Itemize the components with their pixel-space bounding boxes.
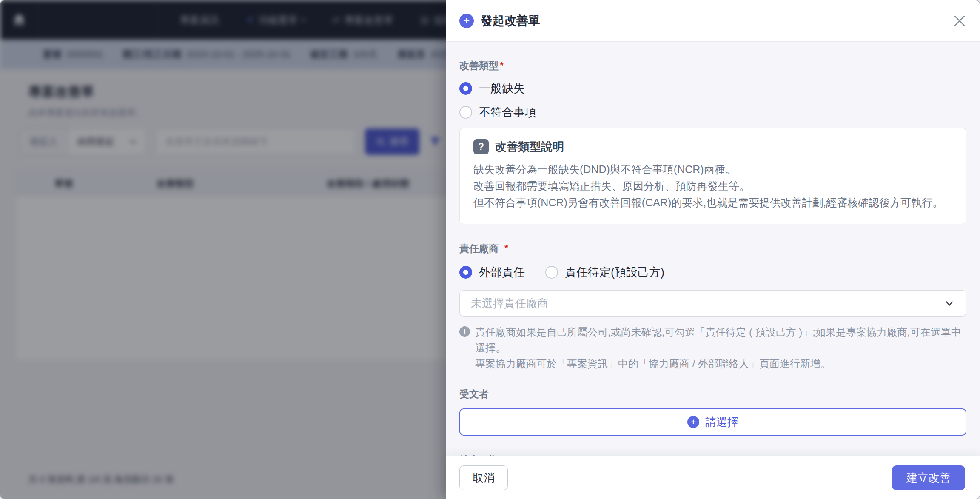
drawer-title: 發起改善單 <box>481 13 540 29</box>
radio-selected-icon[interactable] <box>459 266 472 279</box>
radio-label: 不符合事項 <box>479 105 536 120</box>
create-improvement-button[interactable]: 建立改善 <box>892 465 965 490</box>
help-header: ? 改善類型說明 <box>473 139 952 154</box>
radio-option-general-defect[interactable]: 一般缺失 <box>459 81 966 96</box>
vendor-note: i 責任廠商如果是自己所屬公司,或尚未確認,可勾選「責任待定 ( 預設己方 )」… <box>459 324 966 371</box>
type-section-label: 改善類型 <box>459 59 966 72</box>
info-icon: i <box>459 326 470 337</box>
plus-circle-icon: + <box>459 14 474 28</box>
vendor-note-line: 責任廠商如果是自己所屬公司,或尚未確認,可勾選「責任待定 ( 預設己方 )」;如… <box>475 324 966 356</box>
drawer-footer: 取消 建立改善 <box>446 456 980 499</box>
radio-unselected-icon[interactable] <box>545 266 558 279</box>
radio-option-responsibility-tbd[interactable]: 責任待定(預設己方) <box>545 265 664 280</box>
create-improvement-drawer: + 發起改善單 改善類型 一般缺失 不符合事項 ? 改善類型說明 缺失改善分為 <box>446 0 980 499</box>
plus-circle-icon: + <box>687 416 699 428</box>
help-line: 改善回報都需要填寫矯正措失、原因分析、預防再發生等。 <box>473 178 952 194</box>
vendor-select-placeholder: 未選擇責任廠商 <box>471 296 548 311</box>
help-line: 缺失改善分為一般缺失(DND)與不符合事項(NCR)兩種。 <box>473 161 952 178</box>
close-icon[interactable] <box>952 14 967 28</box>
vendor-note-line: 專案協力廠商可於「專案資訊」中的「協力廠商 / 外部聯絡人」頁面進行新增。 <box>475 356 966 371</box>
radio-selected-icon[interactable] <box>459 82 472 95</box>
drawer-body: 改善類型 一般缺失 不符合事項 ? 改善類型說明 缺失改善分為一般缺失(DND)… <box>446 42 980 456</box>
question-mark-icon: ? <box>473 139 489 154</box>
vendor-section-label: 責任廠商 <box>459 242 966 255</box>
recipient-picker-label: 請選擇 <box>705 415 738 430</box>
drawer-header: + 發起改善單 <box>446 0 980 42</box>
vendor-select[interactable]: 未選擇責任廠商 <box>459 290 966 317</box>
radio-label: 一般缺失 <box>479 81 525 96</box>
radio-option-nonconformance[interactable]: 不符合事項 <box>459 105 966 120</box>
vendor-note-text: 責任廠商如果是自己所屬公司,或尚未確認,可勾選「責任待定 ( 預設己方 )」;如… <box>475 324 966 371</box>
radio-label: 責任待定(預設己方) <box>565 265 664 280</box>
radio-unselected-icon[interactable] <box>459 106 472 119</box>
type-help-box: ? 改善類型說明 缺失改善分為一般缺失(DND)與不符合事項(NCR)兩種。 改… <box>459 128 966 224</box>
vendor-radio-group: 外部責任 責任待定(預設己方) <box>459 265 966 280</box>
cancel-button[interactable]: 取消 <box>459 465 508 490</box>
recipient-section-label: 受文者 <box>459 388 966 401</box>
help-line: 但不符合事項(NCR)另會有改善回報(CAR)的要求,也就是需要提供改善計劃,經… <box>473 194 952 211</box>
radio-label: 外部責任 <box>479 265 525 280</box>
help-title: 改善類型說明 <box>495 139 564 154</box>
chevron-down-icon <box>944 298 955 309</box>
app-root: 專案資訊 ✦ 功能選單 ▾ ⇄ 專案改善單 ▤ 追蹤 案號 <box>0 0 980 499</box>
recipient-picker-button[interactable]: + 請選擇 <box>459 408 966 436</box>
radio-option-external-responsibility[interactable]: 外部責任 <box>459 265 525 280</box>
